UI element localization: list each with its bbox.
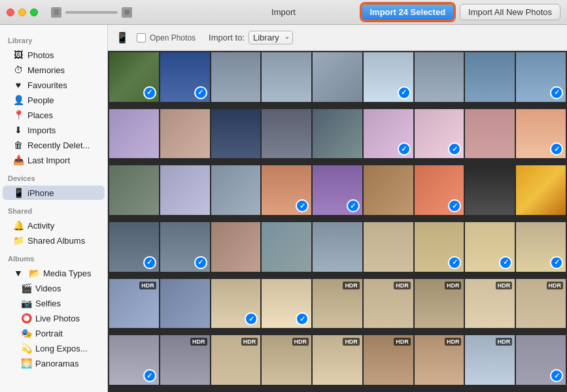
photo-cell[interactable]: ✓ [109, 222, 159, 272]
open-photos-label[interactable]: Open Photos [137, 33, 196, 42]
sidebar-item-portrait[interactable]: 🎭 Portrait [3, 326, 105, 340]
photo-cell[interactable] [516, 165, 566, 215]
photo-cell[interactable]: ✓ [364, 52, 413, 102]
selection-checkmark: ✓ [550, 86, 563, 99]
photo-cell[interactable] [211, 52, 261, 102]
photo-cell[interactable]: HDR [364, 335, 413, 385]
sidebar-item-live-photos[interactable]: ⭕ Live Photos [3, 311, 105, 325]
photo-cell[interactable] [109, 109, 159, 159]
hdr-badge: HDR [445, 338, 462, 346]
photo-cell[interactable]: ✓ [415, 222, 464, 272]
photo-cell[interactable]: ✓ [313, 165, 362, 215]
photo-cell[interactable] [262, 52, 311, 102]
photo-cell[interactable] [313, 109, 362, 159]
photo-cell[interactable]: HDR [364, 279, 413, 329]
photo-cell[interactable]: HDR [415, 279, 464, 329]
photo-cell[interactable]: ✓ [415, 109, 464, 159]
photo-cell[interactable] [415, 52, 464, 102]
photo-cell[interactable]: ✓ [160, 52, 210, 102]
photo-cell[interactable] [211, 165, 261, 215]
photo-cell[interactable]: HDR [313, 335, 362, 385]
photo-cell[interactable] [313, 222, 362, 272]
main-layout: Library 🖼 Photos ⏱ Memories ♥ Favourites… [0, 25, 567, 392]
photo-cell[interactable] [160, 165, 210, 215]
sidebar-item-media-types[interactable]: ▼ 📂 Media Types [3, 266, 105, 280]
photo-cell[interactable]: ✓ [415, 165, 464, 215]
photo-cell[interactable]: ✓ [516, 335, 566, 385]
photo-grid: ✓✓✓✓✓✓✓✓✓✓✓✓✓✓✓HDR✓✓HDRHDRHDRHDRHDR✓HDRH… [108, 51, 567, 392]
hdr-badge: HDR [496, 338, 513, 346]
photo-cell[interactable]: HDR [211, 335, 261, 385]
sidebar-item-shared-albums[interactable]: 📁 Shared Albums [3, 233, 105, 248]
photo-cell[interactable]: ✓ [516, 109, 566, 159]
sidebar-item-iphone[interactable]: 📱 iPhone [3, 186, 105, 200]
sidebar-item-memories[interactable]: ⏱ Memories [3, 63, 105, 77]
selection-checkmark: ✓ [143, 86, 156, 99]
photo-cell[interactable] [160, 109, 210, 159]
photo-cell[interactable] [160, 279, 210, 329]
sidebar-item-videos[interactable]: 🎬 Videos [3, 281, 105, 295]
zoom-slider[interactable] [65, 11, 118, 14]
photo-cell[interactable] [364, 222, 413, 272]
photo-cell[interactable]: HDR [160, 335, 210, 385]
photo-cell[interactable] [465, 109, 515, 159]
photo-cell[interactable]: HDR [415, 335, 464, 385]
photo-cell[interactable]: ✓ [211, 279, 261, 329]
hdr-badge: HDR [547, 282, 564, 289]
photo-cell[interactable] [313, 52, 362, 102]
import-all-button[interactable]: Import All New Photos [460, 4, 560, 20]
photo-cell[interactable]: ✓ [109, 52, 159, 102]
photo-cell[interactable]: ✓ [364, 109, 413, 159]
sidebar-item-photos[interactable]: 🖼 Photos [3, 48, 105, 62]
sidebar-label-memories: Memories [27, 65, 65, 75]
sidebar-item-imports[interactable]: ⬇ Imports [3, 123, 105, 137]
sidebar-item-selfies[interactable]: 📷 Selfies [3, 296, 105, 310]
photo-cell[interactable]: ✓ [516, 52, 566, 102]
sidebar-item-last-import[interactable]: 📥 Last Import [3, 153, 105, 167]
photo-cell[interactable] [109, 165, 159, 215]
sidebar-label-last-import: Last Import [27, 155, 70, 165]
photo-cell[interactable] [465, 52, 515, 102]
photo-cell[interactable]: HDR [465, 335, 515, 385]
open-photos-checkbox[interactable] [137, 33, 146, 42]
photo-cell[interactable] [262, 109, 311, 159]
hdr-badge: HDR [292, 338, 309, 346]
sidebar-item-favourites[interactable]: ♥ Favourites [3, 78, 105, 92]
activity-icon: 🔔 [13, 220, 24, 231]
import-selected-button[interactable]: Import 24 Selected [361, 3, 455, 21]
traffic-lights [7, 8, 38, 16]
photo-cell[interactable]: ✓ [262, 165, 311, 215]
photo-cell[interactable]: HDR [262, 335, 311, 385]
photo-cell[interactable]: HDR [313, 279, 362, 329]
photo-cell[interactable]: ✓ [262, 279, 311, 329]
sidebar-item-places[interactable]: 📍 Places [3, 108, 105, 122]
hdr-badge: HDR [394, 282, 411, 289]
sidebar-item-panoramas[interactable]: 🌅 Panoramas [3, 356, 105, 370]
photo-cell[interactable]: HDR [516, 279, 566, 329]
photo-cell[interactable]: ✓ [516, 222, 566, 272]
sidebar-item-activity[interactable]: 🔔 Activity [3, 218, 105, 233]
photo-cell[interactable]: ✓ [109, 335, 159, 385]
view-toggle-icon[interactable]: ⊞ [122, 7, 132, 18]
photo-cell[interactable] [211, 222, 261, 272]
device-icon: 📱 [116, 31, 129, 44]
photo-cell[interactable] [364, 165, 413, 215]
close-button[interactable] [7, 8, 14, 16]
import-to-select[interactable]: Library ⌄ [249, 31, 293, 44]
photo-cell[interactable] [211, 109, 261, 159]
photo-cell[interactable]: ✓ [465, 222, 515, 272]
sidebar-toggle-icon[interactable]: ☰ [51, 7, 61, 18]
photo-cell[interactable]: HDR [465, 279, 515, 329]
photo-cell[interactable]: HDR [109, 279, 159, 329]
sidebar-item-long-exposure[interactable]: 💫 Long Expos... [3, 341, 105, 355]
open-photos-text: Open Photos [150, 33, 196, 42]
hdr-badge: HDR [445, 282, 462, 289]
photo-cell[interactable]: ✓ [160, 222, 210, 272]
photo-cell[interactable] [465, 165, 515, 215]
photo-cell[interactable] [262, 222, 311, 272]
maximize-button[interactable] [30, 8, 38, 16]
sidebar-item-recently-deleted[interactable]: 🗑 Recently Delet... [3, 138, 105, 152]
sidebar-item-people[interactable]: 👤 People [3, 93, 105, 107]
minimize-button[interactable] [18, 8, 26, 16]
titlebar: ☰ ⊞ Import Import 24 Selected Import All… [0, 0, 567, 25]
